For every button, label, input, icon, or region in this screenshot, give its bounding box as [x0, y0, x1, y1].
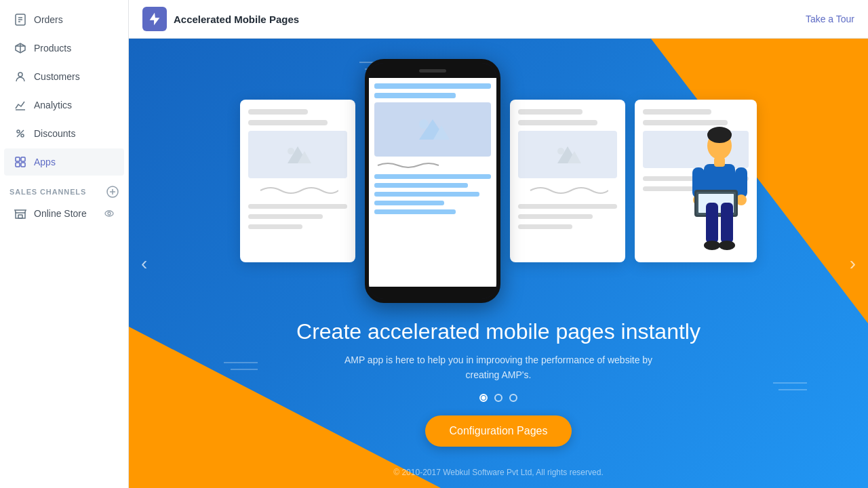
card-line — [248, 214, 323, 219]
svg-rect-11 — [16, 157, 20, 161]
sidebar: Orders Products Customers Analytics Di — [0, 0, 129, 488]
sidebar-item-discounts-label: Discounts — [34, 128, 75, 139]
svg-rect-54 — [714, 157, 725, 167]
slide-dot-3[interactable] — [509, 394, 517, 402]
hero-text: Create accelerated mobile pages instantl… — [269, 319, 728, 383]
phone-signature — [374, 161, 491, 170]
products-icon — [14, 41, 27, 55]
card-line — [518, 214, 593, 219]
phone-speaker — [419, 69, 446, 73]
svg-rect-14 — [21, 163, 25, 167]
phone-line — [374, 174, 491, 179]
svg-point-39 — [557, 148, 564, 155]
phone-line — [374, 183, 468, 188]
card-line — [518, 109, 583, 115]
deco-lines-4 — [224, 359, 264, 380]
svg-point-36 — [419, 119, 429, 129]
customers-icon — [14, 70, 27, 83]
card-line — [248, 224, 302, 229]
svg-point-9 — [21, 134, 24, 137]
card-line — [643, 120, 728, 125]
sales-channels-label: SALES CHANNELS — [9, 188, 86, 196]
configuration-pages-button[interactable]: Configuration Pages — [425, 415, 572, 447]
discounts-icon — [14, 127, 27, 140]
apps-icon — [14, 155, 27, 169]
online-store-label: Online Store — [34, 208, 97, 219]
app-title: Accelerated Mobile Pages — [174, 14, 299, 25]
hero-section: ‹ › — [129, 39, 868, 488]
phone-line — [374, 83, 491, 89]
phone-image-placeholder — [374, 102, 491, 157]
footer-text: © 2010-2017 Webkul Software Pvt Ltd, All… — [393, 468, 603, 477]
card-signature — [518, 184, 617, 196]
card-image — [248, 131, 347, 178]
person-card — [635, 100, 757, 262]
svg-rect-50 — [706, 203, 718, 243]
sidebar-item-customers-label: Customers — [34, 71, 80, 82]
person-illustration — [669, 127, 764, 262]
phone-screen — [369, 78, 496, 287]
phone-bottom-bar — [369, 287, 496, 299]
svg-point-53 — [719, 241, 735, 250]
main-content: Accelerated Mobile Pages Take a Tour — [129, 0, 868, 488]
sidebar-channel-online-store[interactable]: Online Store — [4, 201, 124, 226]
take-tour-button[interactable]: Take a Tour — [806, 14, 854, 24]
store-icon — [14, 207, 27, 220]
prev-slide-button[interactable]: ‹ — [134, 247, 154, 280]
svg-rect-18 — [18, 215, 22, 218]
card-line — [643, 109, 711, 115]
mountain-icon — [554, 143, 581, 167]
phone-mountain-icon — [416, 116, 450, 143]
svg-point-41 — [707, 127, 732, 143]
mountain-icon — [284, 143, 311, 167]
sidebar-item-products[interactable]: Products — [4, 35, 124, 62]
slide-dot-2[interactable] — [494, 394, 502, 402]
sidebar-item-orders[interactable]: Orders — [4, 6, 124, 33]
sidebar-item-analytics-label: Analytics — [34, 100, 72, 110]
page-card-1 — [240, 100, 355, 262]
card-line — [518, 120, 597, 125]
sidebar-item-customers[interactable]: Customers — [4, 63, 124, 90]
card-signature — [248, 184, 347, 196]
svg-rect-13 — [16, 163, 20, 167]
svg-rect-12 — [21, 157, 25, 161]
phone-top-bar — [369, 63, 496, 78]
app-logo — [142, 7, 167, 31]
orders-icon — [14, 13, 27, 26]
phone-line — [374, 93, 456, 98]
hero-subtitle: AMP app is here to help you in improovin… — [329, 352, 668, 383]
hero-title: Create accelerated mobile pages instantl… — [296, 319, 701, 344]
slide-dots — [479, 394, 517, 402]
svg-point-20 — [108, 212, 111, 215]
svg-point-52 — [704, 241, 720, 250]
add-channel-icon[interactable] — [106, 186, 119, 198]
card-image — [518, 131, 617, 178]
phone-line — [374, 209, 456, 214]
slides-area — [240, 59, 757, 303]
svg-point-6 — [18, 73, 22, 77]
next-slide-button[interactable]: › — [843, 247, 863, 280]
phone-line — [374, 192, 479, 197]
sidebar-item-analytics[interactable]: Analytics — [4, 92, 124, 119]
eye-icon[interactable] — [104, 208, 115, 219]
sidebar-item-apps-label: Apps — [34, 157, 56, 167]
svg-rect-51 — [721, 203, 733, 243]
svg-line-10 — [17, 130, 24, 137]
card-line — [518, 224, 572, 229]
card-line — [248, 109, 308, 115]
page-card-2 — [510, 100, 625, 262]
phone-line — [374, 201, 444, 205]
card-line — [248, 204, 347, 209]
deco-lines-3 — [773, 380, 814, 407]
sidebar-item-products-label: Products — [34, 43, 71, 54]
slide-dot-1[interactable] — [479, 394, 488, 402]
sidebar-item-apps[interactable]: Apps — [4, 148, 124, 176]
sidebar-item-orders-label: Orders — [34, 14, 63, 25]
svg-point-19 — [105, 211, 113, 216]
svg-point-33 — [288, 148, 294, 155]
phone-mockup — [365, 59, 500, 303]
hero-footer: © 2010-2017 Webkul Software Pvt Ltd, All… — [129, 468, 868, 477]
card-line — [248, 120, 328, 125]
sidebar-item-discounts[interactable]: Discounts — [4, 120, 124, 147]
svg-point-8 — [17, 130, 20, 133]
